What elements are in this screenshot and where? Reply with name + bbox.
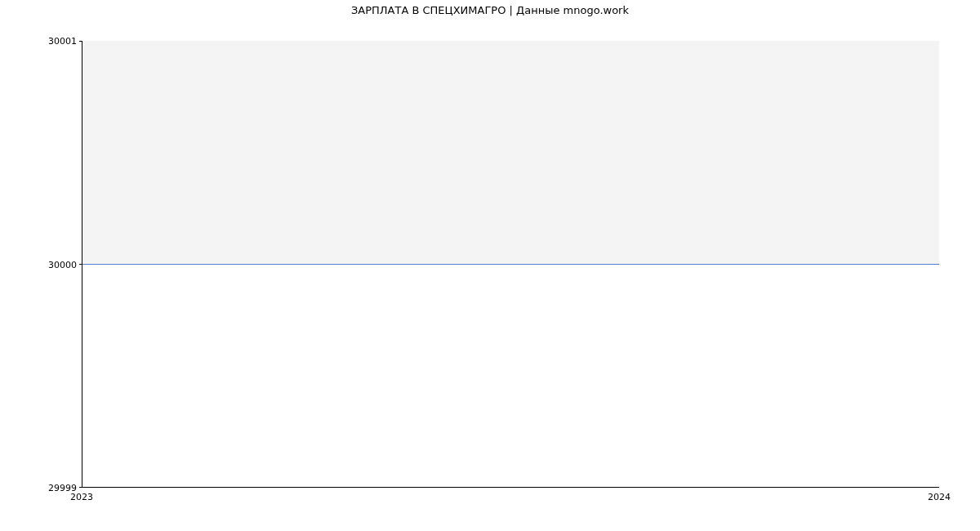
x-axis-tick-label: 2024 bbox=[923, 492, 956, 502]
chart-plot-area: 30001 30000 29999 2023 2024 bbox=[82, 41, 939, 488]
y-tick-mark bbox=[79, 487, 82, 488]
y-axis-tick-label: 30001 bbox=[32, 36, 77, 47]
y-tick-mark bbox=[79, 41, 82, 42]
data-line-salary bbox=[82, 264, 939, 265]
x-axis-tick-label: 2023 bbox=[65, 492, 98, 502]
plot-background bbox=[82, 41, 939, 488]
chart-title: ЗАРПЛАТА В СПЕЦХИМАГРО | Данные mnogo.wo… bbox=[0, 0, 980, 16]
y-axis-tick-label: 30000 bbox=[32, 260, 77, 270]
y-tick-mark bbox=[79, 264, 82, 265]
plot-background-lower bbox=[82, 264, 939, 487]
